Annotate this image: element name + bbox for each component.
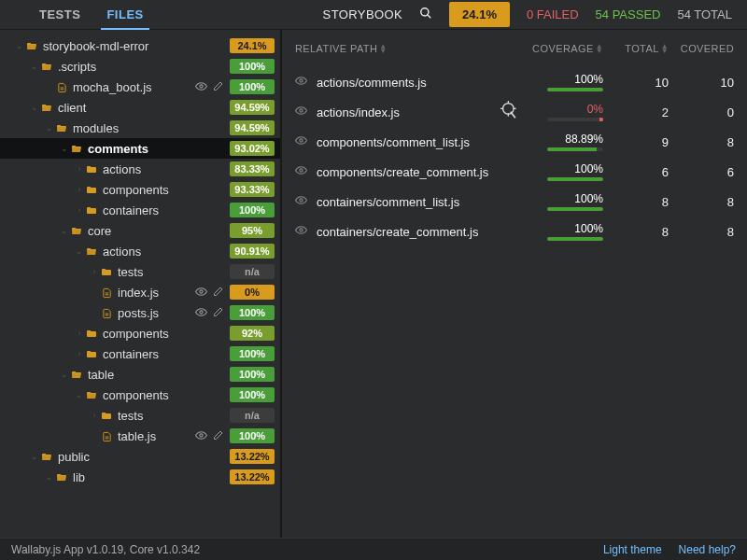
eye-icon[interactable] xyxy=(295,75,307,90)
tree-row[interactable]: ⌄storybook-mdl-error24.1% xyxy=(0,35,280,56)
tree-row[interactable]: mocha_boot.js100% xyxy=(0,77,280,97)
table-row[interactable]: containers/comment_list.js100%88 xyxy=(282,187,747,217)
coverage-value: 100% xyxy=(574,192,603,205)
tree-row[interactable]: ⌄client94.59% xyxy=(0,97,280,118)
light-theme-link[interactable]: Light theme xyxy=(603,543,662,556)
col-coverage[interactable]: COVERAGE▲▼ xyxy=(500,43,603,54)
svg-point-17 xyxy=(300,169,303,172)
tree-row[interactable]: ⌄actions90.91% xyxy=(0,241,280,261)
folder-icon xyxy=(84,347,99,361)
chevron-right-icon[interactable]: › xyxy=(75,205,84,215)
tree-row[interactable]: ›testsn/a xyxy=(0,405,280,426)
covered-cell: 8 xyxy=(669,225,734,239)
column-headers: RELATIVE PATH▲▼ COVERAGE▲▼ TOTAL▲▼ COVER… xyxy=(282,39,747,67)
search-icon[interactable] xyxy=(419,7,432,22)
eye-icon[interactable] xyxy=(295,105,307,119)
tree-row[interactable]: index.js0% xyxy=(0,282,280,302)
eye-icon[interactable] xyxy=(295,224,307,239)
file-tree[interactable]: ⌄storybook-mdl-error24.1%⌄.scripts100%mo… xyxy=(0,30,282,538)
tree-row[interactable]: posts.js100% xyxy=(0,302,280,323)
col-covered[interactable]: COVERED xyxy=(669,43,734,54)
table-row[interactable]: containers/create_comment.js100%88 xyxy=(282,217,747,246)
chevron-right-icon[interactable]: › xyxy=(90,267,99,276)
tree-row[interactable]: ›testsn/a xyxy=(0,261,280,282)
chevron-down-icon[interactable]: ⌄ xyxy=(45,472,54,482)
chevron-right-icon[interactable]: › xyxy=(75,164,84,174)
edit-icon[interactable] xyxy=(213,429,224,443)
edit-icon[interactable] xyxy=(213,80,224,94)
coverage-badge: 93.02% xyxy=(230,141,275,156)
chevron-right-icon[interactable]: › xyxy=(75,329,84,338)
svg-line-1 xyxy=(428,15,431,19)
tree-label: modules xyxy=(73,121,230,135)
file-icon xyxy=(99,306,114,320)
col-total[interactable]: TOTAL▲▼ xyxy=(603,43,669,54)
chevron-down-icon[interactable]: ⌄ xyxy=(60,226,69,235)
chevron-down-icon[interactable]: ⌄ xyxy=(60,144,69,153)
coverage-badge: 100% xyxy=(230,305,275,320)
coverage-badge: 100% xyxy=(230,367,275,382)
eye-icon[interactable] xyxy=(195,429,207,443)
tree-row[interactable]: ⌄modules94.59% xyxy=(0,118,280,138)
covered-cell: 8 xyxy=(669,135,734,149)
chevron-down-icon[interactable]: ⌄ xyxy=(30,62,39,71)
file-path: containers/comment_list.js xyxy=(317,195,500,209)
chevron-down-icon[interactable]: ⌄ xyxy=(30,452,39,461)
svg-point-15 xyxy=(300,109,303,112)
chevron-down-icon[interactable]: ⌄ xyxy=(45,123,54,133)
tree-row[interactable]: ⌄table100% xyxy=(0,364,280,385)
coverage-badge: 100% xyxy=(230,59,275,74)
chevron-down-icon[interactable]: ⌄ xyxy=(75,390,84,399)
coverage-badge: 92% xyxy=(230,326,275,341)
chevron-down-icon[interactable]: ⌄ xyxy=(15,41,24,50)
tree-row[interactable]: ⌄lib13.22% xyxy=(0,467,280,487)
coverage-bar xyxy=(547,207,603,211)
folder-icon xyxy=(84,183,99,197)
tree-label: actions xyxy=(103,162,230,176)
tree-row[interactable]: ›components92% xyxy=(0,323,280,343)
tree-row[interactable]: ⌄components100% xyxy=(0,385,280,405)
col-path[interactable]: RELATIVE PATH▲▼ xyxy=(295,43,500,54)
tree-label: components xyxy=(103,327,230,341)
tree-row[interactable]: ›containers100% xyxy=(0,200,280,220)
tab-tests[interactable]: TESTS xyxy=(26,0,93,29)
tab-files[interactable]: FILES xyxy=(93,0,156,29)
tree-label: tests xyxy=(118,265,230,279)
eye-icon[interactable] xyxy=(195,306,207,320)
covered-cell: 0 xyxy=(669,105,734,119)
eye-icon[interactable] xyxy=(295,164,307,179)
chevron-right-icon[interactable]: › xyxy=(90,411,99,420)
coverage-value: 100% xyxy=(574,162,603,175)
eye-icon[interactable] xyxy=(295,134,307,149)
body: ⌄storybook-mdl-error24.1%⌄.scripts100%mo… xyxy=(0,30,747,538)
total-cell: 8 xyxy=(603,225,669,239)
tree-row[interactable]: ⌄comments93.02% xyxy=(0,138,280,159)
coverage-badge: 83.33% xyxy=(230,161,275,176)
need-help-link[interactable]: Need help? xyxy=(679,543,736,556)
tree-row[interactable]: ›components93.33% xyxy=(0,179,280,200)
edit-icon[interactable] xyxy=(213,306,224,320)
chevron-down-icon[interactable]: ⌄ xyxy=(60,370,69,379)
svg-point-4 xyxy=(200,84,203,87)
tree-row[interactable]: ›containers100% xyxy=(0,343,280,364)
chevron-down-icon[interactable]: ⌄ xyxy=(30,103,39,112)
chevron-down-icon[interactable]: ⌄ xyxy=(75,246,84,256)
tree-row[interactable]: ⌄.scripts100% xyxy=(0,56,280,77)
coverage-cell: 100% xyxy=(500,73,603,91)
table-row[interactable]: components/comment_list.js88.89%98 xyxy=(282,127,747,157)
tree-label: index.js xyxy=(118,286,195,300)
chevron-right-icon[interactable]: › xyxy=(75,349,84,358)
table-row[interactable]: actions/index.js0%20 xyxy=(282,97,747,127)
table-row[interactable]: components/create_comment.js100%66 xyxy=(282,157,747,187)
tree-row[interactable]: ›actions83.33% xyxy=(0,159,280,179)
eye-icon[interactable] xyxy=(195,80,207,94)
tree-row[interactable]: table.js100% xyxy=(0,426,280,446)
table-row[interactable]: actions/comments.js100%1010 xyxy=(282,67,747,97)
edit-icon[interactable] xyxy=(213,286,224,300)
tree-row[interactable]: ⌄core95% xyxy=(0,220,280,241)
tree-row[interactable]: ⌄public13.22% xyxy=(0,446,280,467)
chevron-right-icon[interactable]: › xyxy=(75,185,84,194)
eye-icon[interactable] xyxy=(195,286,207,300)
svg-point-10 xyxy=(200,310,203,313)
eye-icon[interactable] xyxy=(295,194,307,209)
